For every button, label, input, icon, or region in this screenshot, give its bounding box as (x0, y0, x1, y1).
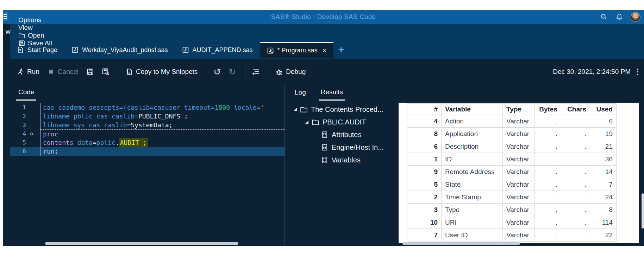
line-number: 3 (10, 121, 26, 129)
more-options-icon[interactable] (636, 67, 640, 77)
table-row: 3TypeVarchar..8 (407, 204, 617, 216)
menu-item-open[interactable]: Open (18, 32, 52, 39)
expander-triangle-icon[interactable] (305, 121, 308, 124)
code-horizontal-scrollbar[interactable] (45, 242, 238, 245)
folder-icon (312, 118, 319, 126)
menu-item-options[interactable]: Options (18, 16, 52, 24)
variables-table: #VariableTypeBytesCharsUsed4ActionVarcha… (407, 103, 617, 242)
tab-log[interactable]: Log (293, 89, 308, 100)
document-tab-bar: SStart PageWorkday_ViyaAudit_pdnsf.sasAU… (10, 42, 349, 58)
toolbar-separator (119, 66, 119, 77)
program-modified-icon (267, 47, 274, 54)
column-header-Used: Used (590, 104, 617, 115)
code-line-6[interactable]: 6run; (10, 147, 285, 156)
undo-icon: ↺ (213, 68, 221, 76)
content-area: RunCancelCopy to My Snippets↺↻Debug Dec … (3, 59, 644, 246)
code-text: run; (40, 147, 285, 156)
tab-results[interactable]: Results (319, 88, 345, 101)
menu-item-partial[interactable]: w (6, 28, 11, 36)
cancel-button[interactable]: Cancel (47, 68, 79, 76)
table-row: 6DescriptionVarchar..21 (407, 140, 617, 153)
fold-collapse-icon[interactable]: ⊖ (26, 129, 37, 138)
cancel-icon (47, 68, 55, 76)
line-number: 4 (10, 129, 26, 138)
close-tab-icon[interactable]: × (323, 47, 326, 54)
copy-snippet-icon (125, 68, 133, 76)
code-line-2[interactable]: 2libname pblic cas caslib=PUBLIC_DNFS ; (10, 112, 285, 121)
table-row: 9Remote AddressVarchar..14 (407, 166, 617, 178)
doc-list-icon (321, 143, 329, 151)
fold-gutter (26, 147, 37, 156)
sas-studio-window: SAS® Studio - Develop SAS Code w Options… (3, 10, 644, 246)
user-avatar[interactable] (631, 12, 640, 22)
table-row: 4ActionVarchar..6 (407, 115, 617, 128)
table-row: 5StateVarchar..7 (407, 178, 617, 191)
results-pane-header: LogResults (285, 84, 644, 100)
svg-text:S: S (19, 49, 21, 52)
code-line-5[interactable]: 5contents data=pblic.AUDIT ; (10, 138, 285, 147)
editor-toolbar: RunCancelCopy to My Snippets↺↻Debug Dec … (3, 59, 644, 84)
code-text: proc (40, 129, 285, 138)
column-header-Chars: Chars (561, 104, 590, 115)
format-code-button[interactable] (252, 68, 260, 76)
run-button[interactable]: Run (17, 68, 39, 76)
document-tab--program-sas[interactable]: * Program.sas× (260, 42, 333, 58)
start-page-icon: S (17, 46, 24, 53)
code-text: contents data=pblic.AUDIT ; (40, 138, 285, 147)
undo-button[interactable]: ↺ (213, 68, 221, 76)
split-panes: Code 1cas casdemo sessopts=(caslib=casus… (3, 84, 644, 246)
results-horizontal-scrollbar[interactable] (402, 242, 520, 245)
fold-gutter (26, 103, 37, 112)
column-header-Variable: Variable (442, 104, 503, 115)
line-number: 5 (10, 138, 26, 147)
format-code-icon (252, 68, 260, 76)
toolbar-separator (269, 66, 269, 77)
expander-triangle-icon[interactable] (294, 108, 297, 111)
fold-gutter (26, 138, 37, 147)
code-pane: Code 1cas casdemo sessopts=(caslib=casus… (10, 84, 285, 246)
debug-bug-icon (275, 68, 283, 76)
column-header-Bytes: Bytes (535, 104, 561, 115)
toolbar-separator (207, 66, 207, 77)
document-tab-audit-append-sas[interactable]: AUDIT_APPEND.sas (175, 42, 260, 58)
document-tab-workday-viyaaudit-pdnsf-sas[interactable]: Workday_ViyaAudit_pdnsf.sas (64, 42, 175, 58)
code-text: libname sys cas caslib=SystemData; (40, 121, 285, 129)
search-icon[interactable] (600, 13, 608, 21)
doc-list-icon (321, 131, 329, 139)
save-icon (86, 68, 94, 76)
table-row: 1IDVarchar..36 (407, 153, 617, 166)
code-line-1[interactable]: 1cas casdemo sessopts=(caslib=casuser ti… (10, 103, 285, 112)
document-tab-start-page[interactable]: SStart Page (10, 42, 64, 58)
fold-gutter (26, 112, 37, 121)
menu-item-view[interactable]: View (18, 24, 52, 32)
fold-gutter (26, 121, 37, 129)
folder-icon (18, 32, 25, 39)
redo-button[interactable]: ↻ (229, 68, 236, 76)
table-header-row: #VariableTypeBytesCharsUsed (407, 104, 617, 115)
doc-list-icon (321, 156, 329, 164)
debug-button[interactable]: Debug (275, 68, 306, 76)
table-row: 7User IDVarchar..22 (407, 229, 617, 242)
code-line-3[interactable]: 3libname sys cas caslib=SystemData; (10, 121, 285, 129)
new-tab-button[interactable]: + (333, 42, 349, 58)
line-number: 6 (10, 147, 26, 156)
code-pane-header: Code (10, 84, 285, 100)
run-icon (17, 68, 24, 76)
copy-to-my-snippets-button[interactable]: Copy to My Snippets (125, 68, 198, 76)
code-editor[interactable]: 1cas casdemo sessopts=(caslib=casuser ti… (10, 100, 285, 244)
menu-bar: w OptionsViewOpenSave All (3, 24, 644, 37)
save-button[interactable] (86, 68, 94, 76)
bell-icon[interactable] (615, 13, 624, 21)
code-line-4[interactable]: 4⊖proc (10, 129, 285, 138)
app-title: SAS® Studio - Develop SAS Code (3, 10, 644, 24)
last-run-timestamp: Dec 30, 2021, 2:24:50 PM (553, 68, 631, 76)
results-vertical-scrollbar[interactable] (642, 193, 644, 229)
program-icon (182, 46, 189, 53)
save-as-button[interactable] (102, 68, 110, 76)
table-row: 10URIVarchar..114 (407, 216, 617, 229)
title-bar: SAS® Studio - Develop SAS Code (3, 10, 644, 24)
toolbar-separator (245, 66, 245, 77)
redo-icon: ↻ (229, 68, 236, 76)
tab-code[interactable]: Code (16, 88, 36, 101)
table-row: 8ApplicationVarchar..19 (407, 128, 617, 140)
